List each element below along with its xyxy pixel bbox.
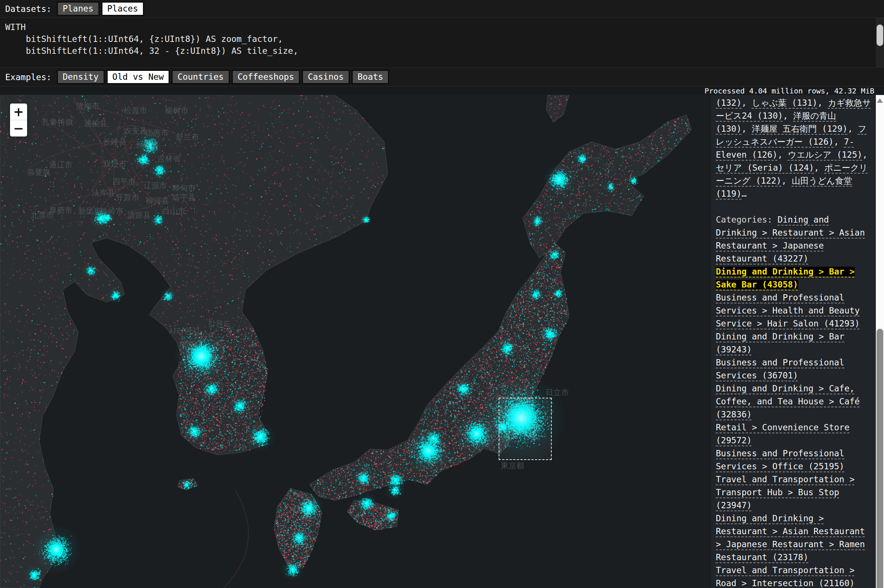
example-button-countries[interactable]: Countries [171, 70, 230, 85]
brand-link[interactable]: 洋麺屋 五右衛門 (129) [752, 124, 848, 134]
example-button-density[interactable]: Density [57, 70, 105, 85]
datasets-bar: Datasets: PlanesPlaces [0, 0, 884, 18]
datasets-button-group: PlanesPlaces [57, 2, 146, 16]
category-link[interactable]: Business and Professional Services > Off… [716, 448, 844, 471]
category-link[interactable]: Travel and Transportation > Transport Hu… [716, 474, 855, 510]
brand-link[interactable]: セリア (Seria) (124) [716, 163, 814, 172]
results-sidebar: (132), しゃぶ葉 (131), カギ救急サービス24 (130), 洋服の… [711, 95, 876, 588]
category-link[interactable]: Dining and Drinking > Restaurant > Asian… [716, 513, 865, 562]
processed-rows-status: Processed 4.04 million rows, 42.32 MiB [704, 87, 874, 95]
top-categories-list: Categories: Dining and Drinking > Restau… [716, 213, 872, 588]
map-zoom-control: + − [10, 104, 27, 136]
category-link[interactable]: Retail > Convenience Store (29572) [716, 423, 849, 445]
category-link[interactable]: Dining and Drinking > Bar (39243) [716, 332, 844, 354]
dataset-button-planes[interactable]: Planes [57, 2, 99, 16]
sql-scrollbar [876, 18, 884, 68]
status-bar: Processed 4.04 million rows, 42.32 MiB [0, 87, 884, 95]
dataset-button-places[interactable]: Places [101, 2, 144, 16]
sql-query-text[interactable]: WITH bitShiftLeft(1::UInt64, {z:UInt8}) … [0, 18, 884, 68]
category-link[interactable]: Business and Professional Services (3670… [716, 358, 844, 380]
sql-scrollbar-thumb[interactable] [876, 24, 883, 46]
scroll-up-arrow-icon[interactable] [877, 98, 883, 103]
map-selection-rectangle [499, 398, 552, 460]
example-button-coffeeshops[interactable]: Coffeeshops [232, 70, 300, 85]
map-canvas[interactable] [0, 95, 711, 588]
category-link[interactable]: Dining and Drinking > Cafe, Coffee, and … [716, 384, 860, 419]
page-scrollbar [876, 95, 884, 588]
zoom-in-button[interactable]: + [10, 104, 27, 120]
examples-bar: Examples: DensityOld vs NewCountriesCoff… [0, 68, 884, 87]
map[interactable]: + − [0, 95, 711, 588]
categories-label: Categories: [716, 215, 777, 225]
sql-editor[interactable]: WITH bitShiftLeft(1::UInt64, {z:UInt8}) … [0, 18, 884, 68]
top-brands-list: (132), しゃぶ葉 (131), カギ救急サービス24 (130), 洋服の… [716, 96, 872, 200]
zoom-out-button[interactable]: − [10, 120, 27, 136]
example-button-old-vs-new[interactable]: Old vs New [107, 70, 170, 85]
example-button-casinos[interactable]: Casinos [302, 70, 350, 85]
examples-button-group: DensityOld vs NewCountriesCoffeeshopsCas… [57, 70, 391, 85]
examples-label: Examples: [5, 72, 52, 82]
brand-link[interactable]: しゃぶ葉 (131) [752, 98, 818, 108]
page-scrollbar-thumb[interactable] [876, 328, 883, 588]
category-link-highlighted[interactable]: Dining and Drinking > Bar > Sake Bar (43… [716, 267, 855, 290]
brand-link[interactable]: (132) [716, 98, 741, 108]
datasets-label: Datasets: [5, 4, 52, 14]
category-link[interactable]: Travel and Transportation > Road > Inter… [716, 566, 855, 588]
example-button-boats[interactable]: Boats [352, 70, 389, 85]
brand-link[interactable]: ウエルシア (125) [788, 150, 863, 159]
category-link[interactable]: Business and Professional Services > Hea… [716, 293, 860, 328]
